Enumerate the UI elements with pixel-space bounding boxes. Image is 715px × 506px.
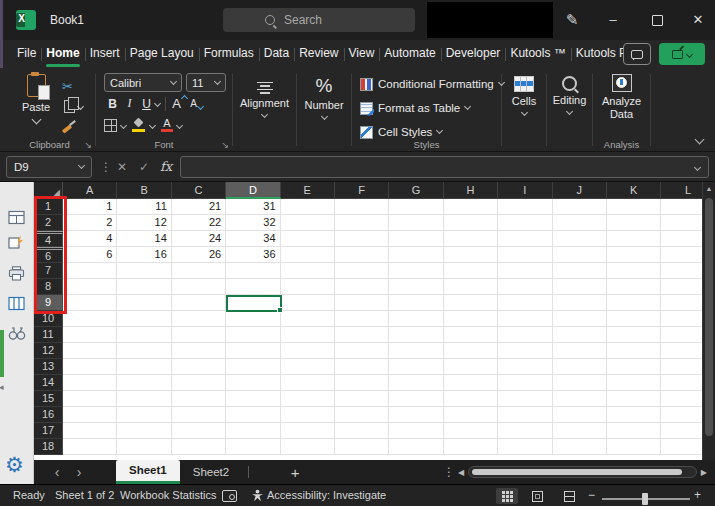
font-color-button[interactable]: A bbox=[161, 118, 173, 132]
cell-E2[interactable] bbox=[281, 215, 335, 231]
cell-L4[interactable] bbox=[661, 231, 702, 247]
cell-K6[interactable] bbox=[607, 247, 661, 263]
binoculars-icon[interactable] bbox=[8, 326, 26, 341]
zoom-out-button[interactable]: − bbox=[588, 488, 595, 502]
cell-L12[interactable] bbox=[661, 343, 702, 359]
cell-J11[interactable] bbox=[553, 327, 607, 343]
cell-B4[interactable]: 14 bbox=[117, 231, 171, 247]
cell-I12[interactable] bbox=[498, 343, 552, 359]
cell-G17[interactable] bbox=[389, 423, 443, 439]
tab-data[interactable]: Data bbox=[259, 40, 294, 68]
cell-A12[interactable] bbox=[63, 343, 117, 359]
cell-A2[interactable]: 2 bbox=[63, 215, 117, 231]
cell-E17[interactable] bbox=[281, 423, 335, 439]
cell-K18[interactable] bbox=[607, 439, 661, 455]
sheet-tab-sheet1[interactable]: Sheet1 bbox=[116, 460, 180, 484]
cell-J15[interactable] bbox=[553, 391, 607, 407]
cell-L6[interactable] bbox=[661, 247, 702, 263]
cell-A18[interactable] bbox=[63, 439, 117, 455]
tab-formulas[interactable]: Formulas bbox=[199, 40, 259, 68]
cell-E6[interactable] bbox=[281, 247, 335, 263]
cell-B15[interactable] bbox=[117, 391, 171, 407]
cell-L17[interactable] bbox=[661, 423, 702, 439]
cell-G8[interactable] bbox=[389, 279, 443, 295]
cell-C16[interactable] bbox=[172, 407, 226, 423]
cell-I16[interactable] bbox=[498, 407, 552, 423]
column-header-C[interactable]: C bbox=[172, 182, 226, 199]
borders-icon[interactable] bbox=[104, 119, 117, 132]
cell-L18[interactable] bbox=[661, 439, 702, 455]
cell-G18[interactable] bbox=[389, 439, 443, 455]
normal-view-button[interactable] bbox=[496, 488, 518, 504]
cell-L14[interactable] bbox=[661, 375, 702, 391]
tab-kutools[interactable]: Kutools ™ bbox=[505, 40, 570, 68]
cell-C12[interactable] bbox=[172, 343, 226, 359]
cell-K8[interactable] bbox=[607, 279, 661, 295]
cell-G1[interactable] bbox=[389, 199, 443, 215]
cell-B14[interactable] bbox=[117, 375, 171, 391]
cell-I8[interactable] bbox=[498, 279, 552, 295]
cell-G13[interactable] bbox=[389, 359, 443, 375]
cell-G10[interactable] bbox=[389, 311, 443, 327]
vertical-scrollbar[interactable]: ▲ bbox=[702, 182, 715, 460]
row-header-17[interactable]: 17 bbox=[34, 423, 63, 439]
cell-F12[interactable] bbox=[335, 343, 389, 359]
column-header-H[interactable]: H bbox=[444, 182, 498, 199]
italic-button[interactable]: I bbox=[121, 96, 138, 111]
formula-input[interactable] bbox=[180, 156, 709, 178]
column-header-B[interactable]: B bbox=[117, 182, 171, 199]
settings-gear-icon[interactable]: ⚙ bbox=[5, 454, 24, 476]
cell-J4[interactable] bbox=[553, 231, 607, 247]
cell-G15[interactable] bbox=[389, 391, 443, 407]
ribbon-options-chevron[interactable] bbox=[695, 135, 705, 145]
cell-F7[interactable] bbox=[335, 263, 389, 279]
row-header-7[interactable]: 7 bbox=[34, 263, 63, 279]
cell-D8[interactable] bbox=[226, 279, 280, 295]
cell-I10[interactable] bbox=[498, 311, 552, 327]
editing-button[interactable]: Editing bbox=[547, 76, 592, 114]
cell-I7[interactable] bbox=[498, 263, 552, 279]
cell-H9[interactable] bbox=[444, 295, 498, 311]
cell-A8[interactable] bbox=[63, 279, 117, 295]
cell-K16[interactable] bbox=[607, 407, 661, 423]
cell-C1[interactable]: 21 bbox=[172, 199, 226, 215]
row-header-13[interactable]: 13 bbox=[34, 359, 63, 375]
cell-F10[interactable] bbox=[335, 311, 389, 327]
paste-button[interactable]: Paste bbox=[14, 74, 58, 125]
font-name-combo[interactable]: Calibri bbox=[104, 73, 182, 92]
cell-C18[interactable] bbox=[172, 439, 226, 455]
sheet-options-kebab[interactable]: ⋮ bbox=[443, 465, 455, 479]
column-header-L[interactable]: L bbox=[661, 182, 702, 199]
cell-B17[interactable] bbox=[117, 423, 171, 439]
cut-button[interactable]: ✂ bbox=[62, 76, 94, 96]
row-header-1[interactable]: 1 bbox=[34, 199, 63, 215]
expand-formula-bar-chevron[interactable] bbox=[694, 164, 701, 171]
cell-G16[interactable] bbox=[389, 407, 443, 423]
row-header-12[interactable]: 12 bbox=[34, 343, 63, 359]
cell-L7[interactable] bbox=[661, 263, 702, 279]
cell-K17[interactable] bbox=[607, 423, 661, 439]
column-header-K[interactable]: K bbox=[607, 182, 661, 199]
column-header-G[interactable]: G bbox=[389, 182, 443, 199]
minimize-button[interactable]: – bbox=[596, 0, 630, 40]
cell-A10[interactable] bbox=[63, 311, 117, 327]
cell-F14[interactable] bbox=[335, 375, 389, 391]
cell-F17[interactable] bbox=[335, 423, 389, 439]
cell-F4[interactable] bbox=[335, 231, 389, 247]
cells-button[interactable]: Cells bbox=[502, 76, 546, 115]
cell-C8[interactable] bbox=[172, 279, 226, 295]
cell-L15[interactable] bbox=[661, 391, 702, 407]
decrease-font-size-button[interactable]: A bbox=[188, 98, 205, 109]
cell-B11[interactable] bbox=[117, 327, 171, 343]
row-header-9[interactable]: 9 bbox=[34, 295, 63, 311]
cell-D6[interactable]: 36 bbox=[226, 247, 280, 263]
cell-E4[interactable] bbox=[281, 231, 335, 247]
cell-A11[interactable] bbox=[63, 327, 117, 343]
cell-F9[interactable] bbox=[335, 295, 389, 311]
tab-view[interactable]: View bbox=[344, 40, 380, 68]
column-header-D[interactable]: D bbox=[226, 182, 280, 199]
cell-L13[interactable] bbox=[661, 359, 702, 375]
row-header-10[interactable]: 10 bbox=[34, 311, 63, 327]
cell-G6[interactable] bbox=[389, 247, 443, 263]
cell-B2[interactable]: 12 bbox=[117, 215, 171, 231]
